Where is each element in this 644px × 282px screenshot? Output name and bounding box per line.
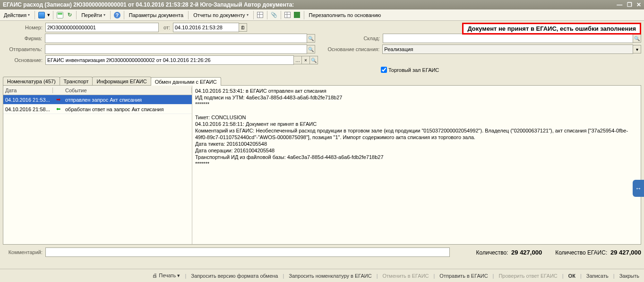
table-row[interactable]: 04.10.2016 21:58... ⬅ обработан ответ на… (3, 105, 192, 114)
window-titlebar: ЕГАИС расход (Записан) 2Ю30000000000001 … (0, 0, 644, 9)
restore-icon[interactable]: ❐ (627, 1, 632, 8)
comment-input[interactable] (45, 247, 450, 257)
sender-lookup-icon[interactable]: 🔍 (307, 45, 315, 53)
attach-icon[interactable]: 📎 (270, 11, 278, 19)
firm-label: Фирма: (3, 35, 45, 41)
check-egais-button: Проверить ответ ЕГАИС (498, 273, 558, 279)
spreadsheet-icon[interactable] (293, 11, 301, 19)
save-icon[interactable] (38, 11, 45, 19)
basis-input[interactable] (45, 55, 294, 65)
ok-button[interactable]: ОК (567, 273, 576, 279)
tab-nomenclature[interactable]: Номенклатура (457) (3, 77, 60, 85)
from-label: от: (159, 25, 173, 30)
sender-label: Отправитель: (3, 46, 45, 52)
details-pane[interactable]: 04.10.2016 21:53:41: в ЕГАИС отправлен а… (192, 86, 641, 244)
help-icon[interactable]: ? (113, 11, 121, 19)
grid-icon[interactable] (257, 11, 264, 19)
print-button[interactable]: 🖨 Печать ▾ (151, 273, 181, 279)
tab-egais-info[interactable]: Информация ЕГАИС (92, 77, 151, 85)
refresh-icon[interactable]: ↻ (66, 11, 73, 19)
reason-input[interactable] (382, 44, 633, 54)
number-input[interactable] (45, 23, 159, 32)
basis-clear-icon[interactable]: × (301, 56, 310, 64)
close-icon[interactable]: ✕ (636, 1, 641, 8)
trade-hall-checkbox-input[interactable] (381, 67, 387, 73)
firm-lookup-icon[interactable]: 🔍 (307, 34, 315, 43)
basis-lookup-icon[interactable]: 🔍 (309, 56, 318, 64)
save-dropdown-icon[interactable]: ▾ (47, 12, 50, 18)
tab-content: Дата Событие 04.10.2016 21:53... ➡ отпра… (3, 86, 641, 245)
comment-label: Комментарий: (3, 249, 45, 255)
from-input[interactable] (173, 23, 239, 32)
qty-label: Количество: (476, 249, 508, 256)
th-date[interactable]: Дата (3, 88, 53, 93)
error-banner: Документ не принят в ЕГАИС, есть ошибки … (462, 23, 641, 35)
warehouse-label: Склад: (352, 35, 383, 41)
save-button[interactable]: Записать (585, 273, 610, 279)
qty-value: 29 427,000 (511, 249, 542, 256)
close-button[interactable]: Закрыть (618, 273, 640, 279)
goto-menu[interactable]: Перейти▾ (79, 11, 107, 19)
warehouse-input[interactable] (383, 34, 633, 43)
main-toolbar: Действия▾ ▾ ↻ Перейти▾ ? Параметры докум… (0, 9, 644, 21)
arrow-in-icon: ⬅ (53, 106, 63, 112)
qty-egais-value: 29 427,000 (610, 249, 641, 256)
list-icon[interactable] (284, 11, 292, 19)
qty-egais-label: Количество ЕГАИС: (555, 249, 607, 256)
firm-input[interactable] (45, 34, 307, 43)
request-nomenclature-button[interactable]: Запросить номенклатуру в ЕГАИС (288, 273, 372, 279)
form-area: Документ не принят в ЕГАИС, есть ошибки … (3, 23, 641, 257)
reason-label: Основание списания: (326, 47, 382, 52)
calendar-icon[interactable]: 🗓 (239, 23, 247, 32)
trade-hall-checkbox[interactable]: Торговый зал ЕГАИС (381, 67, 439, 73)
minimize-icon[interactable]: — (617, 1, 622, 8)
bottom-bar: 🖨 Печать ▾ | Запросить версию формата об… (0, 269, 644, 282)
window-title: ЕГАИС расход (Записан) 2Ю30000000000001 … (3, 0, 294, 9)
actions-menu[interactable]: Действия▾ (2, 11, 32, 19)
send-egais-button[interactable]: Отправить в ЕГАИС (438, 273, 489, 279)
tab-egais-exchange[interactable]: Обмен данными с ЕГАИС (151, 77, 221, 86)
reports-menu[interactable]: Отчеты по документу▾ (191, 11, 250, 19)
tab-strip: Номенклатура (457) Транспорт Информация … (3, 77, 641, 86)
document-icon[interactable] (56, 11, 64, 19)
doc-params-button[interactable]: Параметры документа (127, 11, 185, 19)
events-table: Дата Событие 04.10.2016 21:53... ➡ отпра… (3, 86, 192, 244)
cancel-egais-button: Отменить в ЕГАИС (382, 273, 430, 279)
th-event[interactable]: Событие (63, 88, 192, 93)
reason-dropdown-icon[interactable]: ▾ (633, 45, 641, 53)
sender-input[interactable] (45, 44, 307, 54)
tab-transport[interactable]: Транспорт (60, 77, 93, 85)
number-label: Номер: (3, 25, 45, 30)
teamviewer-handle-icon[interactable]: ↔ (633, 180, 644, 197)
arrow-out-icon: ➡ (53, 97, 63, 103)
basis-open-icon[interactable]: … (293, 56, 302, 64)
table-row[interactable]: 04.10.2016 21:53... ➡ отправлен запрос А… (3, 95, 192, 105)
basis-label: Основание: (3, 57, 45, 63)
refill-button[interactable]: Перезаполнить по основанию (307, 11, 383, 19)
request-version-button[interactable]: Запросить версию формата обмена (190, 273, 279, 279)
warehouse-lookup-icon[interactable]: 🔍 (633, 34, 641, 43)
